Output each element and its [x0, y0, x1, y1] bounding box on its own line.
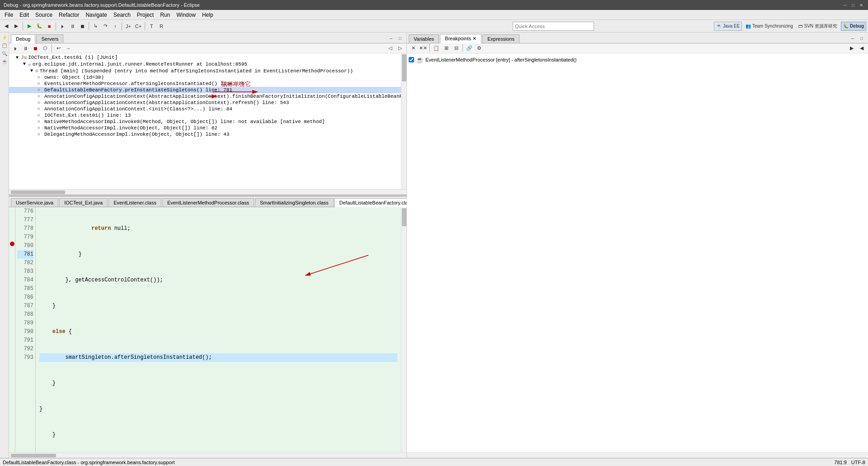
tab-smartinit[interactable]: SmartInitializingSingleton.class: [255, 198, 334, 207]
tree-item-owns[interactable]: ≡ owns: Object (id=38): [9, 74, 401, 81]
editor-content: 776 777 778 779 780 781 782 783 784 785 …: [9, 207, 406, 458]
tb-run[interactable]: ▶: [25, 22, 34, 31]
tb-new-java[interactable]: J+: [124, 22, 133, 31]
debug-disconnect-btn[interactable]: ⬡: [41, 44, 50, 53]
breakpoint-marker[interactable]: [10, 242, 14, 246]
tb-step-into[interactable]: ↳: [91, 22, 100, 31]
tree-item-acac1[interactable]: ≡ AnnotationConfigApplicationContext(Abs…: [9, 93, 401, 100]
debug-resume-btn[interactable]: ⏵: [11, 44, 20, 53]
tb-terminate[interactable]: ⏹: [78, 22, 87, 31]
tab-ioctest[interactable]: IOCTest_Ext.java: [59, 198, 108, 207]
breakpoint-item-1[interactable]: ☕ EventListenerMethodProcessor [entry] -…: [409, 55, 866, 64]
perspective-java-ee[interactable]: ☕ Java EE: [714, 22, 742, 31]
bp-remove[interactable]: ✕: [409, 44, 418, 53]
tree-item-acac3[interactable]: ≡ AnnotationConfigApplicationContext.<in…: [9, 106, 401, 112]
debug-vscroll[interactable]: [401, 53, 406, 189]
bp-link-view[interactable]: 🔗: [465, 44, 474, 53]
menu-project[interactable]: Project: [134, 11, 156, 19]
tb-step-return[interactable]: ↑: [111, 22, 120, 31]
tb-resume[interactable]: ⏵: [58, 22, 67, 31]
sidebar-icon-3[interactable]: 🔍: [1, 50, 8, 57]
tree-label2: org.eclipse.jdt.internal.junit.runner.Re…: [33, 62, 247, 67]
debug-expand[interactable]: ▷: [396, 44, 405, 53]
tb-new-class[interactable]: C+: [134, 22, 143, 31]
tab-expressions[interactable]: Expressions: [482, 34, 519, 43]
tb-suspend[interactable]: ⏸: [68, 22, 77, 31]
bp-expand[interactable]: ⊞: [442, 44, 451, 53]
bp-next[interactable]: ▶: [847, 44, 856, 53]
sidebar-icon-4[interactable]: ☕: [1, 58, 8, 65]
right-hscroll[interactable]: [407, 452, 868, 458]
sidebar-icon-1[interactable]: ⚡: [1, 33, 8, 41]
tree-item-ioctest[interactable]: ▼ Ju IOCTest_Ext.test01 (1) [JUnit]: [9, 54, 401, 61]
tree-item-acac2[interactable]: ≡ AnnotationConfigApplicationContext(Abs…: [9, 100, 401, 106]
bp-checkbox-1[interactable]: [409, 57, 414, 62]
tree-item-ioctest2[interactable]: ≡ IOCTest_Ext.test01() line: 13: [9, 112, 401, 119]
code-784: }: [39, 431, 397, 439]
tree-item-nmai[interactable]: ≡ NativeMethodAccessorImpl.invoke0(Metho…: [9, 119, 401, 125]
menu-help[interactable]: Help: [199, 11, 216, 19]
tb-step-over[interactable]: ↷: [101, 22, 110, 31]
tree-item-elmp[interactable]: ≡ EventListenerMethodProcessor.afterSing…: [9, 81, 401, 87]
perspective-team[interactable]: 👥 Team Synchronizing: [744, 22, 795, 31]
menu-refactor[interactable]: Refactor: [56, 11, 82, 19]
maximize-button[interactable]: □: [850, 2, 856, 8]
tree-item-thread[interactable]: ▼ ⚙ Thread [main] (Suspended (entry into…: [9, 67, 401, 74]
perspective-debug[interactable]: 🐛 Debug: [841, 22, 866, 31]
minimize-button[interactable]: ─: [842, 2, 848, 8]
tab-debug[interactable]: Debug: [11, 34, 35, 43]
debug-content: ▼ Ju IOCTest_Ext.test01 (1) [JUnit] ▼ ☕ …: [9, 53, 406, 189]
editor-hscroll[interactable]: [9, 452, 406, 458]
right-minimize[interactable]: ─: [848, 34, 857, 43]
debug-maximize[interactable]: □: [396, 34, 405, 43]
tree-item-dmai[interactable]: ≡ DelegatingMethodAccessorImpl.invoke(Ob…: [9, 131, 401, 138]
tree-item-runner[interactable]: ▼ ☕ org.eclipse.jdt.internal.junit.runne…: [9, 61, 401, 67]
menu-run[interactable]: Run: [157, 11, 173, 19]
bp-settings[interactable]: ⚙: [475, 44, 484, 53]
debug-terminate-btn[interactable]: ⏹: [31, 44, 40, 53]
debug-hscroll[interactable]: [9, 189, 406, 195]
tb-stop[interactable]: ■: [45, 22, 54, 31]
tb-open-type[interactable]: T: [147, 22, 156, 31]
close-button[interactable]: ✕: [858, 2, 864, 8]
debug-minimize[interactable]: ─: [387, 34, 396, 43]
bp-collapse[interactable]: ⊟: [452, 44, 461, 53]
menu-window[interactable]: Window: [174, 11, 198, 19]
editor-vscroll[interactable]: [401, 207, 406, 452]
menu-navigate[interactable]: Navigate: [83, 11, 109, 19]
linenum-776: 776: [17, 207, 33, 216]
tb-sep4: [122, 22, 122, 30]
debug-drop-frame[interactable]: ↩: [54, 44, 63, 53]
tb-open-resource[interactable]: R: [157, 22, 166, 31]
editor-tabs: UserService.java IOCTest_Ext.java EventL…: [9, 196, 406, 207]
perspective-svn[interactable]: 🗃 SVN 资源库研究: [797, 22, 839, 31]
debug-suspend-btn[interactable]: ⏸: [21, 44, 30, 53]
tb-back[interactable]: ◀: [2, 22, 11, 31]
tb-debug[interactable]: 🐛: [35, 22, 44, 31]
menu-search[interactable]: Search: [111, 11, 133, 19]
tab-servers[interactable]: Servers: [36, 34, 63, 43]
menu-edit[interactable]: Edit: [17, 11, 32, 19]
tab-breakpoints[interactable]: Breakpoints ✕: [440, 34, 481, 43]
menu-source[interactable]: Source: [33, 11, 55, 19]
tree-item-nmai2[interactable]: ≡ NativeMethodAccessorImpl.invoke(Object…: [9, 125, 401, 131]
quick-access-input[interactable]: [513, 22, 594, 31]
tab-eventlistener[interactable]: EventListener.class: [108, 198, 161, 207]
sidebar-icon-2[interactable]: 📋: [1, 42, 8, 49]
bp-prev[interactable]: ◀: [857, 44, 866, 53]
right-maximize[interactable]: □: [857, 34, 866, 43]
debug-collapse[interactable]: ◁: [386, 44, 395, 53]
bp-remove-all[interactable]: ✕✕: [419, 44, 428, 53]
linenum-789: 789: [17, 319, 33, 328]
tb-forward[interactable]: ▶: [12, 22, 21, 31]
tab-variables[interactable]: Variables: [409, 34, 439, 43]
debug-use-step[interactable]: →: [64, 44, 73, 53]
linenum-782: 782: [17, 259, 33, 267]
code-area[interactable]: return null; } }, getAccessControlContex…: [36, 207, 401, 452]
left-icon-bar: ⚡ 📋 🔍 ☕: [0, 33, 9, 458]
tree-item-dlbf[interactable]: ≡ DefaultListableBeanFactory.preInstanti…: [9, 87, 401, 93]
tab-elmp[interactable]: EventListenerMethodProcessor.class: [162, 198, 254, 207]
tab-userservice[interactable]: UserService.java: [11, 198, 58, 207]
menu-file[interactable]: File: [2, 11, 16, 19]
bp-show-supported[interactable]: 📋: [432, 44, 441, 53]
